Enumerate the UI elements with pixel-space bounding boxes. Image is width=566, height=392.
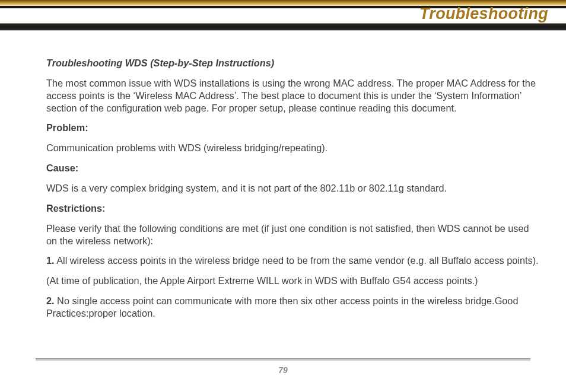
footer-rule bbox=[36, 358, 530, 361]
document-page: Troubleshooting Troubleshooting WDS (Ste… bbox=[0, 0, 566, 392]
restriction-item-1-note: (At time of publication, the Apple Airpo… bbox=[46, 275, 542, 287]
intro-paragraph: The most common issue with WDS installat… bbox=[46, 77, 542, 114]
restrictions-text: Please verify that the following conditi… bbox=[46, 222, 542, 247]
restrictions-label: Restrictions: bbox=[46, 202, 542, 215]
cause-label: Cause: bbox=[46, 162, 542, 174]
footer: 79 bbox=[36, 358, 530, 375]
list-text-1: All wireless access points in the wirele… bbox=[55, 255, 539, 266]
content-area: Troubleshooting WDS (Step-by-Step Instru… bbox=[46, 57, 542, 327]
page-number: 79 bbox=[278, 365, 288, 375]
section-heading: Troubleshooting WDS (Step-by-Step Instru… bbox=[46, 57, 542, 69]
banner-dark-stripe-lower bbox=[0, 24, 566, 30]
list-text-2: No single access point can communicate w… bbox=[46, 295, 518, 318]
list-number-2: 2. bbox=[46, 295, 55, 306]
problem-label: Problem: bbox=[46, 122, 542, 134]
restriction-item-2: 2. No single access point can communicat… bbox=[46, 295, 542, 320]
problem-text: Communication problems with WDS (wireles… bbox=[46, 142, 542, 154]
restriction-item-1: 1. All wireless access points in the wir… bbox=[46, 254, 542, 267]
list-number-1: 1. bbox=[46, 255, 55, 266]
page-title: Troubleshooting bbox=[419, 5, 548, 23]
header-banner: Troubleshooting bbox=[0, 0, 566, 36]
banner-thin-line-lower bbox=[0, 30, 566, 31]
cause-text: WDS is a very complex bridging system, a… bbox=[46, 182, 542, 195]
